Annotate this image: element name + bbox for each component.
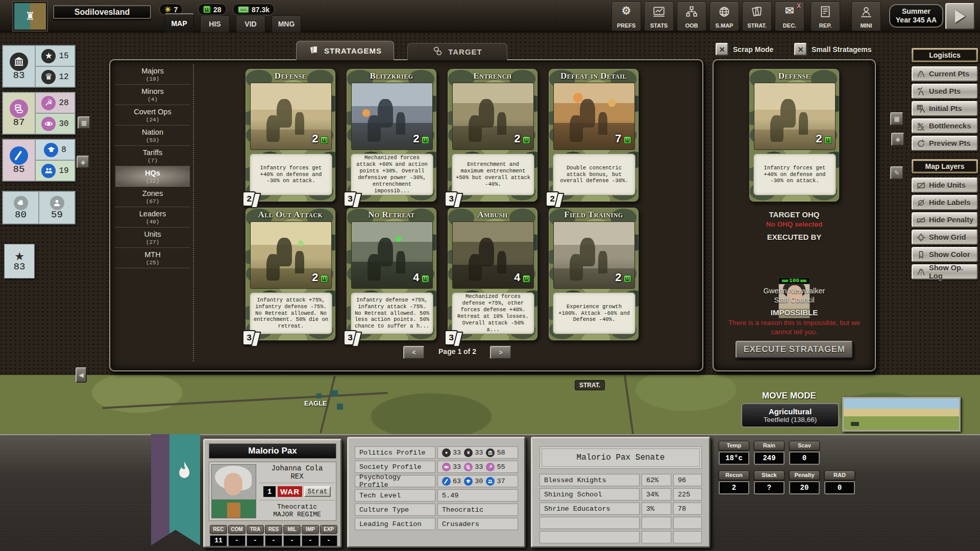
category-leaders[interactable]: Leaders(49) <box>115 207 190 228</box>
category-nation[interactable]: Nation(53) <box>115 126 190 146</box>
stratagem-card-ambush[interactable]: Ambush 4 Mechanized forces defense +75%,… <box>447 207 538 341</box>
preview-pts-button[interactable]: Preview Pts <box>912 136 978 151</box>
button-label: Hide Units <box>929 181 966 189</box>
page-next-button[interactable]: > <box>490 346 511 359</box>
map-scroll-left-button[interactable]: ◀ <box>76 367 87 383</box>
stats-button[interactable]: STATS <box>644 2 674 31</box>
show-grid-button[interactable]: Show Grid <box>912 230 978 245</box>
category-label: Units <box>116 230 189 238</box>
stat-res[interactable]: RES- <box>265 525 282 546</box>
psychology-sub-bottom[interactable]: 19 <box>35 160 75 181</box>
politics-main-cell[interactable]: 83 ▶ ◀ <box>3 45 35 87</box>
oob-button[interactable]: OOB <box>677 2 706 31</box>
panel-side-button[interactable]: ◈ <box>891 133 904 146</box>
politics-sub-bottom[interactable]: ♛ 12 <box>35 66 75 87</box>
hide-labels-button[interactable]: Hide Labels <box>912 195 978 210</box>
show-color-button[interactable]: Show Color <box>912 247 978 262</box>
stratagem-card-all-out-attack[interactable]: All Out Attack 2 Infantry attack +75%, i… <box>245 207 336 341</box>
temple-icon <box>10 53 28 71</box>
hide-units-button[interactable]: Hide Units <box>912 178 978 193</box>
society-sub-bottom[interactable]: 30 <box>35 113 75 134</box>
tab-mng[interactable]: MNG <box>272 15 301 33</box>
end-turn-button[interactable] <box>945 3 975 30</box>
leader-name: Gwenn Newwalker <box>723 287 866 295</box>
fist-cell[interactable]: 80 <box>3 191 39 224</box>
stat-tra[interactable]: TRA- <box>247 525 264 546</box>
dec-button[interactable]: ✉ X DEC. <box>775 2 804 31</box>
category-majors[interactable]: Majors(19) <box>115 64 190 85</box>
psychology-main-cell[interactable]: 85 ▶ ◀ <box>3 139 35 181</box>
category-hqs[interactable]: HQs(22) <box>115 166 190 187</box>
stat-imp[interactable]: IMP- <box>302 525 319 546</box>
category-tariffs[interactable]: Tariffs(7) <box>115 146 190 166</box>
initial-pts-button[interactable]: Initial Pts <box>912 101 978 116</box>
tab-his[interactable]: HIS <box>200 15 230 33</box>
stratagem-card-field-training[interactable]: Field Training 2 Experience growth +100%… <box>548 207 639 341</box>
people-icon <box>486 477 495 486</box>
category-covert-ops[interactable]: Covert Ops(24) <box>115 105 190 126</box>
stat-group-psychology[interactable]: 85 ▶ ◀ 8 19 <box>2 139 76 182</box>
minimap[interactable] <box>842 397 961 432</box>
card-title: Ambush <box>448 210 537 220</box>
society-main-cell[interactable]: 87 ▶ ◀ <box>3 92 35 134</box>
category-label: Tariffs <box>116 148 189 157</box>
stratagem-card-no-retreat[interactable]: No Retreat 4 Infantry defense +75%, infa… <box>346 207 437 341</box>
execute-stratagem-button[interactable]: EXECUTE STRATAGEM <box>736 341 853 358</box>
bottlenecks-button[interactable]: Bottlenecks <box>912 118 978 134</box>
scrap-mode-checkbox[interactable]: ✕ <box>716 43 728 56</box>
stat-exp[interactable]: EXP- <box>320 525 337 546</box>
rep-button[interactable]: REP. <box>811 2 840 31</box>
show-op-log-button[interactable]: Show Op. Log <box>912 264 978 280</box>
stat-mil[interactable]: MIL- <box>283 525 301 546</box>
map-town <box>331 390 338 396</box>
sidebar-tool-button[interactable]: ▦ <box>78 116 90 129</box>
strat-button[interactable]: Strat <box>304 486 331 497</box>
logistics-header: Logistics <box>912 48 978 62</box>
ruler-portrait[interactable] <box>211 464 256 518</box>
sidebar-tool-button[interactable]: ◈ <box>77 156 89 168</box>
stat-group-society[interactable]: 87 ▶ ◀ ☭ 28 30 <box>2 92 76 135</box>
person-cell[interactable]: 59 <box>39 191 75 224</box>
row-label: Politics Profile <box>355 446 435 459</box>
page-prev-button[interactable]: < <box>403 346 425 359</box>
category-units[interactable]: Units(27) <box>115 228 190 248</box>
stratagem-card-defense[interactable]: Defense 2 Infantry forces get +40% on de… <box>245 68 336 202</box>
panel-side-button[interactable]: ✎ <box>890 166 903 180</box>
stat-com[interactable]: COM- <box>228 525 246 546</box>
society-sub-top[interactable]: ☭ 28 <box>35 92 75 113</box>
tab-target[interactable]: TARGET <box>407 43 507 60</box>
category-minors[interactable]: Minors(4) <box>115 85 190 105</box>
hide-penalty-button[interactable]: Hide Penalty <box>912 212 978 228</box>
current-pts-button[interactable]: Current Pts <box>912 66 978 82</box>
stat-label: COM <box>228 525 246 534</box>
category-mth[interactable]: MTH(25) <box>115 248 190 268</box>
used-pts-button[interactable]: Used Pts <box>912 84 978 99</box>
card-title: Blitzkrieg <box>347 71 436 81</box>
prefs-button[interactable]: ⚙ PREFS <box>611 2 641 31</box>
stat-rec[interactable]: REC11 <box>210 525 227 546</box>
selected-stratagem-card[interactable]: Defense 2 Infantry forces get +40% on de… <box>749 68 840 202</box>
strat-button[interactable]: STRAT. <box>742 2 772 31</box>
category-count: (49) <box>116 219 189 225</box>
category-zones[interactable]: Zones(67) <box>115 187 190 207</box>
tab-stratagems[interactable]: STRATAGEMS <box>296 41 394 60</box>
stat-box-fame[interactable]: ★ 83 <box>4 244 35 279</box>
oob-label: OOB <box>685 22 698 29</box>
stratagem-card-entrench[interactable]: Entrench 2 Entrenchment and maximum entr… <box>447 68 538 202</box>
stratagem-card-blitzkrieg[interactable]: Blitzkrieg 2 Mechanized forces attack +6… <box>346 68 437 202</box>
tab-map[interactable]: MAP <box>164 13 194 33</box>
small-stratagems-checkbox[interactable]: ✕ <box>794 43 807 56</box>
panel-side-button[interactable]: ▦ <box>890 112 903 126</box>
smap-button[interactable]: S.MAP <box>709 2 739 31</box>
rain-readout: Rain249 <box>754 441 785 465</box>
mini-button[interactable]: MINI <box>851 2 881 31</box>
map-unit-label[interactable]: STRAT. <box>575 380 605 390</box>
stat-group-politics[interactable]: 83 ▶ ◀ ★ 15 ♛ 12 <box>2 45 76 88</box>
politics-sub-top[interactable]: ★ 15 <box>35 45 75 66</box>
stratagem-card-defeat-in-detail[interactable]: Defeat in Detail 7 Double concentric att… <box>548 68 639 202</box>
stat-group-power[interactable]: 80 59 <box>2 191 76 224</box>
tab-vid[interactable]: VID <box>236 15 265 33</box>
psychology-sub-top[interactable]: 8 <box>35 139 75 160</box>
card-description: Infantry forces get +40% on defense and … <box>753 154 836 195</box>
regime-flag-logo[interactable]: ♜ <box>13 2 47 31</box>
